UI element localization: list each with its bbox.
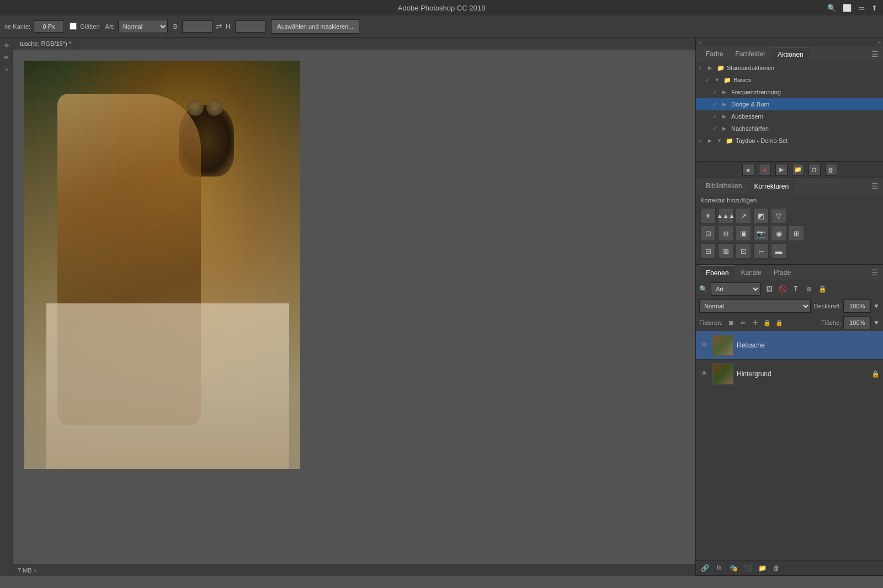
- maskieren-button[interactable]: Auswählen und maskieren...: [271, 19, 359, 34]
- record-button[interactable]: ●: [759, 164, 771, 176]
- collapse-right-arrow[interactable]: «: [877, 39, 881, 45]
- corr-gradient-icon[interactable]: ⊢: [753, 243, 769, 259]
- action-item-dodge-burn[interactable]: ✓ ▶ Dodge & Burn: [696, 98, 883, 110]
- new-folder-button[interactable]: 📁: [792, 164, 804, 176]
- action-item-taydoo[interactable]: ✓ ▶ ▼ 📁 Taydoo - Demo Set: [696, 135, 883, 147]
- panel-icon[interactable]: ▭: [858, 4, 865, 12]
- corr-balance-icon[interactable]: ⊖: [718, 226, 733, 241]
- art-select[interactable]: Normal: [118, 20, 168, 33]
- delete-button[interactable]: 🗑: [825, 164, 837, 176]
- layer-visibility-hintergrund[interactable]: 👁: [699, 369, 709, 379]
- tab-bibliotheken[interactable]: Bibliotheken: [700, 179, 747, 193]
- doc-tab[interactable]: tusche, RGB/16*) *: [13, 38, 78, 50]
- expand-icon[interactable]: ▶: [708, 138, 715, 143]
- corr-bw-icon[interactable]: ▣: [736, 226, 751, 241]
- fix-pixel-icon[interactable]: ⊠: [726, 318, 736, 328]
- kante-input[interactable]: [34, 20, 64, 33]
- corr-brightness-icon[interactable]: ☀: [700, 208, 716, 223]
- corrections-menu-icon[interactable]: ☰: [871, 181, 879, 190]
- tool-select[interactable]: ✏: [1, 52, 12, 63]
- filter-no-icon[interactable]: 🚫: [777, 284, 788, 295]
- fix-artboard-icon[interactable]: 🔒: [762, 318, 772, 328]
- tab-ebenen[interactable]: Ebenen: [700, 265, 734, 280]
- corrections-title: Korrektur hinzufügen: [700, 197, 879, 204]
- corr-curves-icon[interactable]: ↗: [736, 208, 751, 223]
- expand-icon[interactable]: ▶: [708, 65, 715, 71]
- action-item-nachschaerfen[interactable]: ✓ ▶ Nachschärfen: [696, 122, 883, 135]
- expand-icon[interactable]: ▶: [722, 89, 729, 95]
- status-arrow[interactable]: ›: [34, 567, 36, 574]
- stop-button[interactable]: ■: [742, 164, 754, 176]
- tab-aktionen[interactable]: Aktionen: [772, 47, 809, 61]
- tool-lasso[interactable]: ○: [1, 64, 12, 75]
- blend-mode-select[interactable]: Normal Auflösen: [699, 300, 811, 313]
- layers-bottom-bar: 🔗 fx 🎭 ⬛ 📁 🗑: [696, 560, 883, 575]
- art-label: Art:: [105, 23, 115, 30]
- expand-icon[interactable]: ▶: [722, 101, 729, 107]
- layer-name-hintergrund: Hintergrund: [737, 370, 868, 378]
- delete-layer-button[interactable]: 🗑: [771, 563, 782, 574]
- layers-filter-select[interactable]: Art Name: [711, 282, 760, 296]
- tab-pfade[interactable]: Pfade: [768, 265, 796, 280]
- h-input[interactable]: [235, 20, 265, 33]
- b-input[interactable]: [182, 20, 212, 33]
- corr-lookup-icon[interactable]: ⊞: [789, 226, 804, 241]
- actions-menu-icon[interactable]: ☰: [871, 50, 879, 58]
- share-icon[interactable]: ⬆: [871, 4, 877, 12]
- corr-exposure-icon[interactable]: ◩: [753, 208, 769, 223]
- opacity-dropdown-icon[interactable]: ▼: [873, 302, 880, 310]
- action-item-standardaktionen[interactable]: ✓ ▶ 📁 Standardaktionen: [696, 62, 883, 74]
- fill-layer-button[interactable]: ⬛: [742, 563, 753, 574]
- link-button[interactable]: 🔗: [699, 563, 710, 574]
- action-item-basics[interactable]: ✓ ▼ 📁 Basics: [696, 74, 883, 86]
- fill-input[interactable]: [843, 316, 871, 329]
- filter-image-icon[interactable]: 🖼: [764, 284, 775, 295]
- swap-icon[interactable]: ⇄: [216, 22, 222, 31]
- corr-vibrance-icon[interactable]: ▽: [771, 208, 786, 223]
- tab-farbfelder[interactable]: Farbfelder: [730, 47, 771, 61]
- fix-paint-icon[interactable]: ✏: [738, 318, 748, 328]
- fix-all-icon[interactable]: 🔒: [774, 318, 784, 328]
- expand-icon[interactable]: ▶: [722, 114, 729, 119]
- corrections-row1: ☀ ▲▲▲ ↗ ◩ ▽: [700, 208, 879, 223]
- group-button[interactable]: 📁: [757, 563, 768, 574]
- play-button[interactable]: ▶: [775, 164, 788, 176]
- action-label: Dodge & Burn: [731, 101, 881, 108]
- new-item-button[interactable]: 🗒: [808, 164, 821, 176]
- layer-item-hintergrund[interactable]: 👁 Hintergrund 🔒: [696, 360, 883, 388]
- opacity-input[interactable]: [843, 300, 871, 313]
- corr-mixer-icon[interactable]: ◉: [771, 226, 786, 241]
- corr-filter-icon[interactable]: 📷: [753, 226, 769, 241]
- corr-hue-icon[interactable]: ⊡: [700, 226, 716, 241]
- search-icon[interactable]: 🔍: [827, 4, 836, 12]
- layer-item-retusche[interactable]: 👁 Retusche: [696, 331, 883, 360]
- action-item-frequenztrennung[interactable]: ✓ ▶ Frequenztrennung: [696, 86, 883, 98]
- window-controls[interactable]: 🔍 ⬜ ▭ ⬆: [827, 4, 877, 12]
- expand-icon[interactable]: ▼: [715, 77, 721, 83]
- tab-korrekturen[interactable]: Korrekturen: [748, 179, 794, 193]
- action-item-ausbessern[interactable]: ✓ ▶ Ausbessern: [696, 110, 883, 122]
- tool-move[interactable]: ⊹: [1, 40, 12, 51]
- glatten-checkbox[interactable]: [70, 23, 77, 30]
- corr-posterize-icon[interactable]: ⊠: [718, 243, 733, 259]
- fix-move-icon[interactable]: ✛: [750, 318, 760, 328]
- mask-button[interactable]: 🎭: [728, 563, 739, 574]
- fx-button[interactable]: fx: [714, 563, 725, 574]
- layer-visibility-retusche[interactable]: 👁: [699, 340, 709, 350]
- corr-threshold-icon[interactable]: ⊡: [736, 243, 751, 259]
- tab-farbe[interactable]: Farbe: [700, 47, 728, 61]
- corr-invert-icon[interactable]: ⊟: [700, 243, 716, 259]
- actions-tabs: Farbe Farbfelder Aktionen ☰: [696, 46, 883, 62]
- window-icon[interactable]: ⬜: [843, 4, 852, 12]
- filter-lock-icon[interactable]: 🔒: [817, 284, 828, 295]
- corr-pattern-icon[interactable]: ▬: [771, 243, 786, 259]
- filter-add-icon[interactable]: ⊕: [804, 284, 815, 295]
- filter-text-icon[interactable]: T: [790, 284, 801, 295]
- check-icon: ✓: [705, 77, 712, 83]
- expand-icon[interactable]: ▶: [722, 126, 729, 131]
- collapse-left-arrow[interactable]: «: [698, 39, 701, 45]
- fill-dropdown-icon[interactable]: ▼: [873, 319, 880, 327]
- layers-menu-icon[interactable]: ☰: [871, 268, 879, 277]
- tab-kanaele[interactable]: Kanäle: [735, 265, 767, 280]
- corr-levels-icon[interactable]: ▲▲▲: [718, 208, 733, 223]
